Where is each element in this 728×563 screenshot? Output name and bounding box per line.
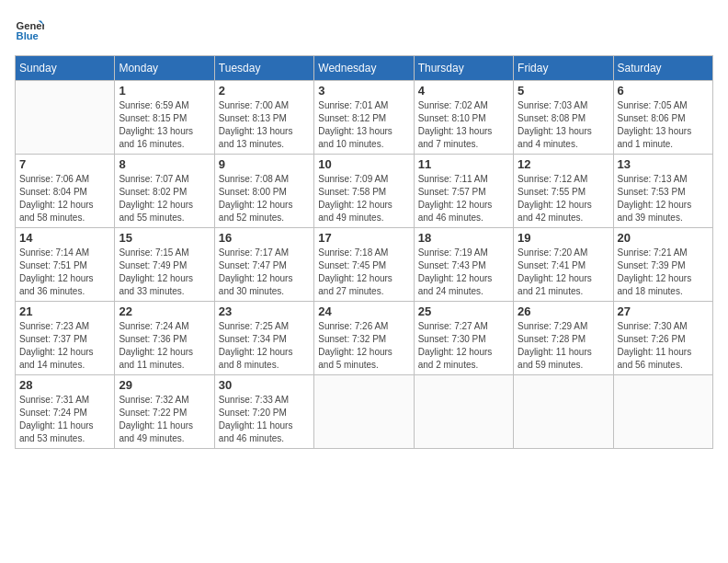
day-info: Sunrise: 7:31 AMSunset: 7:24 PMDaylight:… [19,394,110,445]
day-number: 30 [219,378,310,392]
day-number: 22 [119,304,210,318]
day-info: Sunrise: 7:27 AMSunset: 7:30 PMDaylight:… [418,320,509,372]
calendar-cell: 19Sunrise: 7:20 AMSunset: 7:41 PMDayligh… [514,228,613,302]
week-row-2: 14Sunrise: 7:14 AMSunset: 7:51 PMDayligh… [16,228,713,302]
calendar-cell: 26Sunrise: 7:29 AMSunset: 7:28 PMDayligh… [514,302,613,375]
day-info: Sunrise: 7:02 AMSunset: 8:10 PMDaylight:… [418,99,509,151]
day-info: Sunrise: 7:25 AMSunset: 7:34 PMDaylight:… [219,320,310,372]
calendar-cell: 1Sunrise: 6:59 AMSunset: 8:15 PMDaylight… [115,81,214,155]
calendar-cell: 13Sunrise: 7:13 AMSunset: 7:53 PMDayligh… [613,155,712,228]
calendar-cell: 6Sunrise: 7:05 AMSunset: 8:06 PMDaylight… [613,81,712,155]
day-info: Sunrise: 7:19 AMSunset: 7:43 PMDaylight:… [418,247,509,298]
calendar-cell [613,375,712,449]
day-number: 29 [119,378,210,392]
day-info: Sunrise: 7:06 AMSunset: 8:04 PMDaylight:… [19,173,110,224]
day-info: Sunrise: 7:23 AMSunset: 7:37 PMDaylight:… [19,320,110,372]
day-number: 3 [318,84,409,98]
day-number: 17 [318,231,409,245]
calendar-cell: 18Sunrise: 7:19 AMSunset: 7:43 PMDayligh… [414,228,513,302]
day-number: 20 [618,231,709,245]
day-number: 18 [418,231,509,245]
calendar-cell: 7Sunrise: 7:06 AMSunset: 8:04 PMDaylight… [16,155,115,228]
calendar-cell [414,375,513,449]
day-info: Sunrise: 7:11 AMSunset: 7:57 PMDaylight:… [418,173,509,224]
day-number: 11 [418,157,509,171]
weekday-header-row: SundayMondayTuesdayWednesdayThursdayFrid… [16,56,713,81]
calendar-cell: 2Sunrise: 7:00 AMSunset: 8:13 PMDaylight… [214,81,313,155]
calendar-cell: 4Sunrise: 7:02 AMSunset: 8:10 PMDaylight… [414,81,513,155]
weekday-header-sunday: Sunday [16,56,115,81]
day-number: 25 [418,304,509,318]
calendar-cell: 17Sunrise: 7:18 AMSunset: 7:45 PMDayligh… [314,228,414,302]
day-number: 14 [19,231,110,245]
calendar-cell: 14Sunrise: 7:14 AMSunset: 7:51 PMDayligh… [16,228,115,302]
day-number: 2 [219,84,310,98]
weekday-header-saturday: Saturday [613,56,712,81]
week-row-3: 21Sunrise: 7:23 AMSunset: 7:37 PMDayligh… [16,302,713,375]
day-info: Sunrise: 6:59 AMSunset: 8:15 PMDaylight:… [119,99,210,151]
day-info: Sunrise: 7:13 AMSunset: 7:53 PMDaylight:… [618,173,709,224]
calendar-cell [16,81,115,155]
page-header: General Blue [15,15,713,44]
day-number: 6 [618,84,709,98]
calendar-cell: 16Sunrise: 7:17 AMSunset: 7:47 PMDayligh… [214,228,313,302]
day-info: Sunrise: 7:12 AMSunset: 7:55 PMDaylight:… [518,173,609,224]
day-info: Sunrise: 7:26 AMSunset: 7:32 PMDaylight:… [318,320,409,372]
day-info: Sunrise: 7:32 AMSunset: 7:22 PMDaylight:… [119,394,210,445]
day-number: 23 [219,304,310,318]
week-row-0: 1Sunrise: 6:59 AMSunset: 8:15 PMDaylight… [16,81,713,155]
day-number: 4 [418,84,509,98]
day-number: 1 [119,84,210,98]
calendar-cell: 28Sunrise: 7:31 AMSunset: 7:24 PMDayligh… [16,375,115,449]
calendar-cell: 29Sunrise: 7:32 AMSunset: 7:22 PMDayligh… [115,375,214,449]
svg-text:Blue: Blue [17,30,39,41]
day-info: Sunrise: 7:33 AMSunset: 7:20 PMDaylight:… [219,394,310,445]
calendar-cell: 3Sunrise: 7:01 AMSunset: 8:12 PMDaylight… [314,81,414,155]
day-info: Sunrise: 7:01 AMSunset: 8:12 PMDaylight:… [318,99,409,151]
day-info: Sunrise: 7:07 AMSunset: 8:02 PMDaylight:… [119,173,210,224]
week-row-1: 7Sunrise: 7:06 AMSunset: 8:04 PMDaylight… [16,155,713,228]
day-info: Sunrise: 7:09 AMSunset: 7:58 PMDaylight:… [318,173,409,224]
calendar-cell: 21Sunrise: 7:23 AMSunset: 7:37 PMDayligh… [16,302,115,375]
day-info: Sunrise: 7:30 AMSunset: 7:26 PMDaylight:… [618,320,709,372]
weekday-header-wednesday: Wednesday [314,56,414,81]
calendar-cell: 5Sunrise: 7:03 AMSunset: 8:08 PMDaylight… [514,81,613,155]
calendar-cell: 25Sunrise: 7:27 AMSunset: 7:30 PMDayligh… [414,302,513,375]
day-number: 21 [19,304,110,318]
day-info: Sunrise: 7:05 AMSunset: 8:06 PMDaylight:… [618,99,709,151]
day-number: 13 [618,157,709,171]
day-number: 24 [318,304,409,318]
weekday-header-tuesday: Tuesday [214,56,313,81]
calendar-cell: 22Sunrise: 7:24 AMSunset: 7:36 PMDayligh… [115,302,214,375]
calendar-table: SundayMondayTuesdayWednesdayThursdayFrid… [15,55,713,449]
calendar-cell: 23Sunrise: 7:25 AMSunset: 7:34 PMDayligh… [214,302,313,375]
calendar-cell: 12Sunrise: 7:12 AMSunset: 7:55 PMDayligh… [514,155,613,228]
day-number: 19 [518,231,609,245]
day-info: Sunrise: 7:08 AMSunset: 8:00 PMDaylight:… [219,173,310,224]
weekday-header-thursday: Thursday [414,56,513,81]
calendar-cell: 9Sunrise: 7:08 AMSunset: 8:00 PMDaylight… [214,155,313,228]
day-number: 27 [618,304,709,318]
calendar-cell: 30Sunrise: 7:33 AMSunset: 7:20 PMDayligh… [214,375,313,449]
calendar-cell: 27Sunrise: 7:30 AMSunset: 7:26 PMDayligh… [613,302,712,375]
week-row-4: 28Sunrise: 7:31 AMSunset: 7:24 PMDayligh… [16,375,713,449]
day-info: Sunrise: 7:17 AMSunset: 7:47 PMDaylight:… [219,247,310,298]
calendar-cell [314,375,414,449]
calendar-cell: 10Sunrise: 7:09 AMSunset: 7:58 PMDayligh… [314,155,414,228]
day-info: Sunrise: 7:21 AMSunset: 7:39 PMDaylight:… [618,247,709,298]
logo: General Blue [15,15,44,44]
calendar-cell: 24Sunrise: 7:26 AMSunset: 7:32 PMDayligh… [314,302,414,375]
day-info: Sunrise: 7:14 AMSunset: 7:51 PMDaylight:… [19,247,110,298]
day-info: Sunrise: 7:00 AMSunset: 8:13 PMDaylight:… [219,99,310,151]
calendar-cell: 20Sunrise: 7:21 AMSunset: 7:39 PMDayligh… [613,228,712,302]
day-number: 10 [318,157,409,171]
day-number: 12 [518,157,609,171]
calendar-cell: 11Sunrise: 7:11 AMSunset: 7:57 PMDayligh… [414,155,513,228]
day-number: 15 [119,231,210,245]
day-number: 9 [219,157,310,171]
logo-icon: General Blue [15,15,44,44]
day-number: 28 [19,378,110,392]
day-info: Sunrise: 7:03 AMSunset: 8:08 PMDaylight:… [518,99,609,151]
day-number: 8 [119,157,210,171]
weekday-header-friday: Friday [514,56,613,81]
